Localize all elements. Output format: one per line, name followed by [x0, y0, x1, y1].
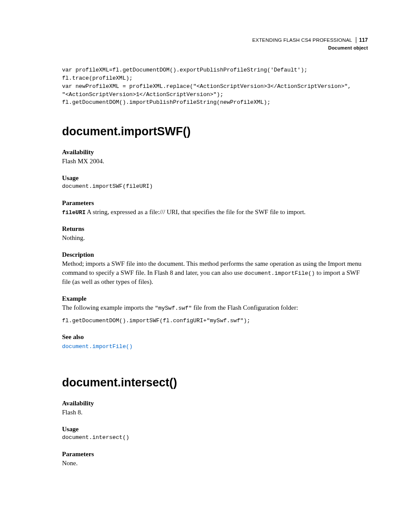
usage-heading-2: Usage	[62, 426, 368, 433]
returns-heading: Returns	[62, 225, 368, 233]
availability-text: Flash MX 2004.	[62, 157, 368, 166]
book-title: EXTENDING FLASH CS4 PROFESSIONAL	[252, 37, 352, 43]
usage-code: document.importSWF(fileURI)	[62, 183, 368, 191]
page-content: var profileXML=fl.getDocumentDOM().expor…	[62, 66, 368, 468]
seealso-link[interactable]: document.importFile()	[62, 343, 133, 350]
parameters-heading: Parameters	[62, 199, 368, 207]
method-importswf-title: document.importSWF()	[62, 125, 368, 138]
description-text: Method; imports a SWF file into the docu…	[62, 259, 368, 286]
example-heading: Example	[62, 295, 368, 302]
example-intro: The following example imports the "mySwf…	[62, 303, 368, 312]
usage-code-2: document.intersect()	[62, 434, 368, 442]
parameters-heading-2: Parameters	[62, 451, 368, 458]
parameter-fileuri: fileURI A string, expressed as a file://…	[62, 208, 368, 217]
description-heading: Description	[62, 251, 368, 258]
availability-heading: Availability	[62, 149, 368, 156]
example-part1: The following example imports the	[62, 304, 155, 311]
description-inline-code: document.importFile()	[244, 270, 315, 277]
example-code: fl.getDocumentDOM().importSWF(fl.configU…	[62, 317, 368, 325]
page: EXTENDING FLASH CS4 PROFESSIONAL 117 Doc…	[0, 0, 411, 532]
parameters-text-2: None.	[62, 459, 368, 468]
seealso-heading: See also	[62, 333, 368, 341]
method-intersect-title: document.intersect()	[62, 376, 368, 389]
page-header: EXTENDING FLASH CS4 PROFESSIONAL 117 Doc…	[252, 37, 368, 51]
page-number: 117	[356, 37, 368, 43]
seealso-text: document.importFile()	[62, 342, 368, 351]
availability-heading-2: Availability	[62, 400, 368, 407]
example-part2: file from the Flash Configuration folder…	[192, 304, 298, 311]
top-code-block: var profileXML=fl.getDocumentDOM().expor…	[62, 66, 368, 107]
availability-text-2: Flash 8.	[62, 408, 368, 417]
param-desc: A string, expressed as a file:/// URI, t…	[86, 208, 306, 215]
param-name: fileURI	[62, 209, 86, 216]
example-inline-code: "mySwf.swf"	[155, 305, 192, 311]
returns-text: Nothing.	[62, 233, 368, 243]
usage-heading: Usage	[62, 174, 368, 182]
header-top-line: EXTENDING FLASH CS4 PROFESSIONAL 117	[252, 37, 368, 44]
section-name: Document object	[252, 45, 368, 51]
